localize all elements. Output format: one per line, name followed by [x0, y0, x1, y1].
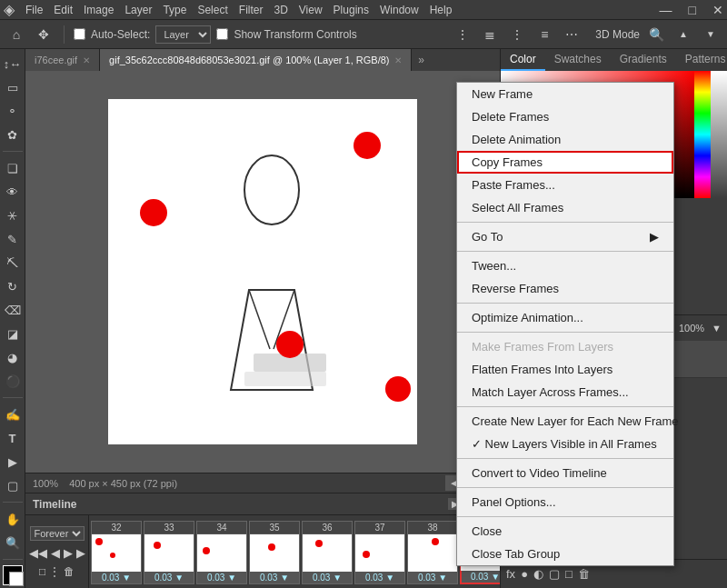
- align-left[interactable]: ⋮: [452, 24, 473, 45]
- add-mask[interactable]: ●: [521, 567, 528, 581]
- frame-34[interactable]: 34 0.03 ▼: [196, 521, 247, 584]
- cm-flatten-frames[interactable]: Flatten Frames Into Layers: [457, 358, 673, 381]
- tab-color[interactable]: Color: [501, 49, 545, 71]
- menu-file[interactable]: File: [25, 4, 43, 16]
- foreground-color[interactable]: [3, 565, 23, 585]
- quick-select[interactable]: ✿: [2, 124, 24, 145]
- shape[interactable]: ▢: [2, 474, 24, 496]
- menu-filter[interactable]: Filter: [239, 4, 264, 16]
- cm-new-layers-visible[interactable]: ✓ New Layers Visible in All Frames: [457, 433, 673, 455]
- show-transform-checkbox[interactable]: [216, 28, 228, 40]
- fx-button[interactable]: fx: [506, 567, 515, 581]
- cm-delete-frames[interactable]: Delete Frames: [457, 105, 673, 128]
- tab-gif1[interactable]: i76cee.gif ✕: [25, 49, 100, 71]
- lasso[interactable]: ⚬: [2, 100, 24, 122]
- zoom-tool[interactable]: 🔍: [2, 532, 24, 553]
- tab-swatches[interactable]: Swatches: [545, 49, 611, 71]
- more-options[interactable]: ⋯: [561, 24, 583, 45]
- cm-select-all-frames[interactable]: Select All Frames: [457, 196, 673, 219]
- add-adjustment[interactable]: ◐: [533, 567, 543, 581]
- tween-btn[interactable]: ⋮: [49, 565, 60, 578]
- history-brush[interactable]: ↻: [2, 275, 24, 297]
- cm-optimize-animation[interactable]: Optimize Animation...: [457, 306, 673, 329]
- search[interactable]: 🔍: [645, 24, 667, 45]
- tab-gif1-close[interactable]: ✕: [83, 55, 90, 65]
- cm-reverse-frames[interactable]: Reverse Frames: [457, 277, 673, 300]
- window-maximize[interactable]: □: [689, 3, 696, 17]
- loop-select[interactable]: Forever: [30, 526, 85, 541]
- clone-stamp[interactable]: ⛏: [2, 252, 24, 274]
- hue-slider[interactable]: [694, 71, 711, 198]
- tab-gradients[interactable]: Gradients: [611, 49, 676, 71]
- brush[interactable]: ✎: [2, 228, 24, 250]
- play-back[interactable]: ◀◀: [29, 546, 47, 560]
- tab-gif2[interactable]: gif_35c62ccc80848d68053e3021.gif @ 100% …: [100, 49, 412, 71]
- menu-help[interactable]: Help: [430, 4, 453, 16]
- del-frame[interactable]: 🗑: [64, 565, 75, 578]
- menu-image[interactable]: Image: [84, 4, 114, 16]
- eyedropper[interactable]: 👁: [2, 181, 24, 203]
- menu-type[interactable]: Type: [163, 4, 186, 16]
- add-group[interactable]: ▢: [549, 567, 560, 581]
- menu-window[interactable]: Window: [380, 4, 419, 16]
- frame-32[interactable]: 32 0.03 ▼: [91, 521, 142, 584]
- menu-edit[interactable]: Edit: [54, 4, 73, 16]
- tab-overflow[interactable]: »: [412, 49, 430, 71]
- home-button[interactable]: ⌂: [5, 24, 27, 45]
- cm-convert-video[interactable]: Convert to Video Timeline: [457, 462, 673, 484]
- cm-go-to[interactable]: Go To ▶: [457, 225, 673, 248]
- cm-paste-frames[interactable]: Paste Frames...: [457, 174, 673, 196]
- frame-33[interactable]: 33 0.03 ▼: [144, 521, 194, 584]
- cm-match-layer[interactable]: Match Layer Across Frames...: [457, 381, 673, 404]
- blur[interactable]: ◕: [2, 346, 24, 368]
- cm-copy-frames[interactable]: Copy Frames: [457, 151, 673, 174]
- dodge[interactable]: ⚫: [2, 370, 24, 392]
- hand-tool[interactable]: ✋: [2, 508, 24, 530]
- crop[interactable]: ❏: [2, 157, 24, 179]
- select-rect[interactable]: ▭: [2, 76, 24, 98]
- play-btn[interactable]: ▶: [64, 546, 73, 560]
- move-tool[interactable]: ✥: [33, 24, 55, 45]
- gradient[interactable]: ◪: [2, 323, 24, 344]
- distribute[interactable]: ≡: [533, 24, 555, 45]
- menu-ps[interactable]: ◈: [4, 1, 15, 18]
- menu-plugins[interactable]: Plugins: [334, 4, 369, 16]
- align-right[interactable]: ⋮: [506, 24, 528, 45]
- cm-panel-options[interactable]: Panel Options...: [457, 491, 673, 513]
- heal[interactable]: ⚹: [2, 204, 24, 226]
- frame-35[interactable]: 35 0.03 ▼: [249, 521, 300, 584]
- menu-3d[interactable]: 3D: [274, 4, 287, 16]
- next-frame[interactable]: ▶: [76, 546, 85, 560]
- add-frame[interactable]: □: [39, 565, 45, 578]
- menu-select[interactable]: Select: [197, 4, 227, 16]
- delete-layer[interactable]: 🗑: [578, 567, 590, 581]
- eraser[interactable]: ⌫: [2, 299, 24, 321]
- autoselect-dropdown[interactable]: Layer Group: [155, 25, 211, 44]
- pen-tool[interactable]: ✍: [2, 404, 24, 425]
- align-center[interactable]: ≣: [479, 24, 501, 45]
- add-layer[interactable]: □: [565, 567, 573, 581]
- tab-patterns[interactable]: Patterns: [676, 49, 727, 71]
- path-select[interactable]: ▶: [2, 451, 24, 473]
- cm-close-tab-group[interactable]: Close Tab Group: [457, 543, 673, 565]
- tab-gif2-close[interactable]: ✕: [394, 55, 402, 65]
- frame-37[interactable]: 37 0.03 ▼: [354, 521, 405, 584]
- cm-close[interactable]: Close: [457, 520, 673, 543]
- zoom-in[interactable]: ▲: [672, 24, 694, 45]
- cm-tween[interactable]: Tween...: [457, 254, 673, 277]
- zoom-out[interactable]: ▼: [700, 24, 722, 45]
- move-tool-btn[interactable]: ↕↔: [2, 53, 24, 75]
- menu-view[interactable]: View: [299, 4, 323, 16]
- cm-delete-animation[interactable]: Delete Animation: [457, 128, 673, 151]
- frame-38[interactable]: 38 0.03 ▼: [407, 521, 458, 584]
- autoselect-checkbox[interactable]: [74, 28, 85, 40]
- type-tool[interactable]: T: [2, 427, 24, 449]
- window-close[interactable]: ✕: [712, 3, 723, 17]
- cm-create-new-layer[interactable]: Create New Layer for Each New Frame: [457, 410, 673, 433]
- menu-layer[interactable]: Layer: [124, 4, 152, 16]
- prev-frame[interactable]: ◀: [51, 546, 60, 560]
- frame-36[interactable]: 36 0.03 ▼: [302, 521, 353, 584]
- window-minimize[interactable]: —: [660, 3, 672, 17]
- opacity-slider[interactable]: [711, 71, 727, 198]
- cm-new-frame[interactable]: New Frame: [457, 83, 673, 105]
